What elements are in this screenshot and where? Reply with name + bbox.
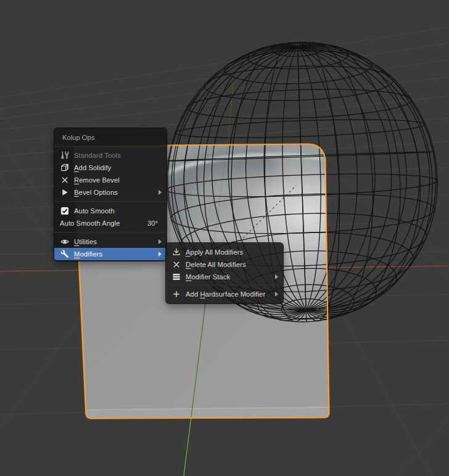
import-icon <box>171 247 181 257</box>
menu-separator <box>54 146 167 147</box>
menu-separator <box>54 201 167 202</box>
menu-item-add-hardsurface-modifier[interactable]: Add Hardsurface Modifier <box>166 288 283 300</box>
menu-item-label: Add Solidify <box>74 164 111 171</box>
menu-item-delete-all-modifiers[interactable]: Delete All Modifiers <box>166 258 283 271</box>
menu-item-bevel-options[interactable]: Bevel Options <box>54 186 167 199</box>
submenu-arrow-icon <box>159 239 162 244</box>
menu-item-label: Delete All Modifiers <box>186 261 246 268</box>
stack-icon <box>171 272 181 282</box>
checkbox-checked-icon[interactable] <box>60 206 70 216</box>
menu-item-auto-smooth[interactable]: Auto Smooth <box>54 205 167 217</box>
menu-item-label: Standard Tools <box>74 152 121 159</box>
submenu-arrow-icon <box>159 190 162 195</box>
menu-item-label: Modifiers <box>74 250 102 258</box>
menu-item-label: Modifier Stack <box>186 273 230 281</box>
menu-item-apply-all-modifiers[interactable]: Apply All Modifiers <box>166 246 283 258</box>
play-icon <box>60 187 70 197</box>
wrench-icon <box>60 249 70 259</box>
solidify-icon <box>60 163 70 173</box>
x-icon <box>171 260 181 269</box>
context-menu-kolup-ops: Kolup Ops Standard Tools Add Soli <box>54 128 167 261</box>
menu-item-label: Apply All Modifiers <box>186 248 243 256</box>
menu-item-utilities[interactable]: Utilities <box>54 236 167 248</box>
submenu-arrow-icon <box>159 252 162 256</box>
menu-item-label: Auto Smooth <box>74 207 115 215</box>
modifiers-submenu: Apply All Modifiers Delete All Modifiers… <box>166 243 283 303</box>
blender-3d-viewport: Kolup Ops Standard Tools Add Soli <box>0 0 449 476</box>
submenu-arrow-icon <box>275 292 278 297</box>
menu-item-standard-tools[interactable]: Standard Tools <box>54 149 167 162</box>
menu-item-modifiers[interactable]: Modifiers <box>54 248 167 260</box>
submenu-arrow-icon <box>275 274 278 279</box>
menu-item-add-solidify[interactable]: Add Solidify <box>54 162 167 174</box>
auto-smooth-angle-value: 30° <box>147 220 158 227</box>
menu-item-label: Utilities <box>74 238 97 245</box>
menu-item-auto-smooth-angle[interactable]: Auto Smooth Angle 30° <box>54 217 167 229</box>
menu-item-label: Auto Smooth Angle <box>60 220 120 227</box>
menu-item-label: Bevel Options <box>74 189 118 196</box>
menu-separator <box>54 232 167 232</box>
tool-settings-icon <box>60 150 70 160</box>
eye-icon <box>60 237 70 247</box>
menu-item-modifier-stack[interactable]: Modifier Stack <box>166 271 283 283</box>
menu-item-label: Add Hardsurface Modifier <box>186 290 265 298</box>
context-menu-title: Kolup Ops <box>54 131 167 144</box>
menu-separator <box>166 285 283 285</box>
x-icon <box>60 175 70 185</box>
menu-item-remove-bevel[interactable]: Remove Bevel <box>54 174 167 186</box>
menu-item-label: Remove Bevel <box>74 176 120 184</box>
plus-icon <box>171 289 181 299</box>
